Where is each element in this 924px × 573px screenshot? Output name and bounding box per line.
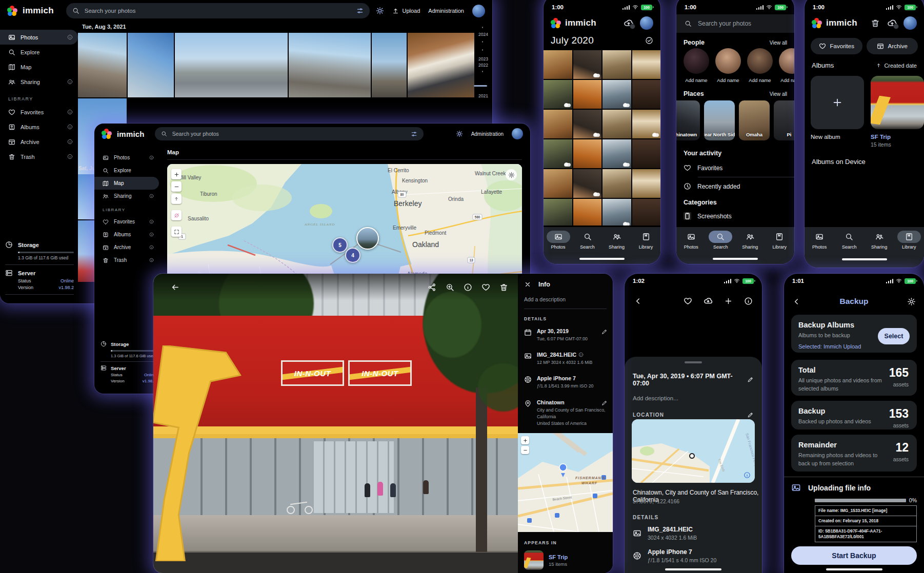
places-view-all[interactable]: View all bbox=[770, 91, 787, 97]
map-cluster-marker[interactable]: 4 bbox=[345, 248, 360, 263]
photo-tile[interactable] bbox=[632, 139, 661, 168]
nav-photos[interactable]: Photos bbox=[545, 231, 572, 250]
nav-sharing[interactable]: Sharing bbox=[604, 231, 630, 250]
plus-icon[interactable] bbox=[724, 297, 733, 305]
nav-sharing[interactable]: Sharing bbox=[737, 231, 764, 250]
map-zoom-out-button[interactable] bbox=[171, 181, 182, 192]
photo-tile[interactable] bbox=[632, 50, 661, 79]
album-link-row[interactable]: SF Trip 15 items bbox=[518, 547, 613, 573]
back-icon[interactable] bbox=[171, 283, 179, 292]
favorites-row[interactable]: Favorites bbox=[676, 159, 794, 177]
map-zoom-in-button[interactable] bbox=[171, 169, 182, 179]
map-compass-button[interactable] bbox=[171, 194, 182, 204]
trash-icon[interactable] bbox=[871, 18, 880, 28]
select-button[interactable]: Select bbox=[878, 328, 910, 344]
avatar[interactable] bbox=[472, 5, 485, 17]
nav-photos[interactable]: Photos bbox=[678, 231, 705, 250]
place-tile[interactable]: Near North Side bbox=[704, 100, 735, 140]
select-all-check-icon[interactable] bbox=[645, 36, 653, 45]
photo-tile[interactable] bbox=[544, 139, 572, 168]
photo-tile[interactable] bbox=[632, 110, 661, 138]
favorite-heart-icon[interactable] bbox=[684, 297, 692, 305]
photo-tile[interactable] bbox=[602, 169, 631, 198]
photo-tile[interactable] bbox=[602, 50, 631, 79]
place-tile[interactable]: Omaha bbox=[739, 100, 770, 140]
info-icon[interactable] bbox=[464, 283, 472, 292]
sidebar-item-map[interactable]: Map bbox=[0, 59, 78, 74]
photo-tile[interactable] bbox=[573, 199, 602, 226]
administration-link[interactable]: Administration bbox=[471, 131, 504, 137]
sliders-icon[interactable] bbox=[411, 131, 417, 137]
sidebar-item-explore[interactable]: Explore bbox=[0, 45, 78, 59]
theme-toggle-sun-icon[interactable] bbox=[376, 7, 384, 15]
back-chevron-icon[interactable] bbox=[634, 297, 642, 305]
trash-icon[interactable] bbox=[499, 283, 508, 292]
location-map-thumbnail[interactable]: San Francisco Ferry The Emb bbox=[632, 419, 755, 483]
sidebar-item-favorites[interactable]: Favorites bbox=[94, 215, 159, 228]
search-input[interactable]: Search your photos bbox=[155, 127, 424, 140]
photo-tile[interactable] bbox=[573, 50, 602, 79]
sidebar-item-favorites[interactable]: Favorites bbox=[0, 105, 78, 119]
recently-added-row[interactable]: Recently added bbox=[676, 177, 794, 195]
photo-tile[interactable] bbox=[408, 33, 474, 97]
info-icon[interactable] bbox=[578, 352, 584, 357]
search-input[interactable]: Search your photos bbox=[66, 3, 370, 18]
sidebar-item-explore[interactable]: Explore bbox=[94, 164, 159, 177]
description-field[interactable]: Add a description bbox=[518, 291, 613, 308]
nav-photos[interactable]: Photos bbox=[806, 231, 833, 250]
sidebar-item-trash[interactable]: Trash bbox=[94, 254, 159, 267]
album-sort-button[interactable]: Created date bbox=[876, 63, 917, 69]
photo-tile[interactable] bbox=[573, 139, 602, 168]
photo-tile[interactable] bbox=[632, 169, 661, 198]
avatar[interactable] bbox=[512, 128, 523, 139]
sidebar-item-photos[interactable]: Photos bbox=[0, 30, 78, 45]
place-tile[interactable]: Chinatown bbox=[676, 100, 700, 140]
nav-search[interactable]: Search bbox=[836, 231, 862, 250]
archive-button[interactable]: Archive bbox=[867, 38, 918, 54]
cloud-download-icon[interactable] bbox=[704, 296, 713, 305]
map-zoom-out-button[interactable] bbox=[521, 446, 529, 454]
photo-tile[interactable] bbox=[632, 199, 661, 226]
favorites-button[interactable]: Favorites bbox=[811, 38, 862, 54]
sidebar-item-archive[interactable]: Archive bbox=[0, 134, 78, 149]
pencil-icon[interactable] bbox=[747, 376, 754, 383]
photo-tile[interactable] bbox=[544, 199, 572, 226]
photo-area[interactable] bbox=[625, 308, 762, 357]
search-input[interactable]: Search your photos bbox=[676, 14, 794, 33]
place-tile[interactable]: Pi bbox=[774, 100, 794, 140]
photo-tile[interactable] bbox=[602, 139, 631, 168]
sync-cloud-icon[interactable] bbox=[887, 18, 897, 28]
administration-link[interactable]: Administration bbox=[428, 8, 464, 14]
photo-tile[interactable] bbox=[602, 199, 631, 226]
sidebar-item-trash[interactable]: Trash bbox=[0, 149, 78, 164]
photo-tile[interactable] bbox=[128, 33, 174, 97]
sidebar-item-photos[interactable]: Photos bbox=[94, 151, 159, 164]
pencil-icon[interactable] bbox=[601, 329, 608, 335]
photo-tile[interactable] bbox=[573, 169, 602, 198]
photo-tile[interactable] bbox=[602, 110, 631, 138]
photo-tile[interactable] bbox=[372, 33, 407, 97]
description-field[interactable]: Add description... bbox=[625, 387, 762, 401]
pencil-icon[interactable] bbox=[601, 400, 608, 406]
map-hide-markers-button[interactable] bbox=[171, 210, 182, 220]
sidebar-item-sharing[interactable]: Sharing bbox=[94, 190, 159, 202]
zoom-icon[interactable] bbox=[446, 283, 454, 292]
map-cluster-marker[interactable]: 5 bbox=[332, 237, 348, 253]
avatar[interactable] bbox=[903, 16, 917, 30]
sidebar-item-sharing[interactable]: Sharing bbox=[0, 74, 78, 89]
map-fullscreen-button[interactable] bbox=[171, 227, 182, 237]
map-attribution-info-icon[interactable] bbox=[744, 472, 751, 479]
scrubber-handle[interactable] bbox=[474, 85, 487, 87]
sync-cloud-icon[interactable] bbox=[624, 18, 634, 28]
person[interactable]: Add name bbox=[684, 48, 709, 83]
photo-tile[interactable] bbox=[544, 50, 572, 79]
album-name[interactable]: SF Trip bbox=[549, 554, 568, 560]
new-album-tile[interactable]: New album bbox=[811, 76, 864, 140]
nav-library[interactable]: Library bbox=[896, 231, 922, 250]
people-view-all[interactable]: View all bbox=[770, 40, 787, 46]
nav-library[interactable]: Library bbox=[633, 231, 659, 250]
photo-tile[interactable] bbox=[602, 80, 631, 109]
theme-toggle-sun-icon[interactable] bbox=[456, 130, 463, 137]
sidebar-item-albums[interactable]: Albums bbox=[94, 228, 159, 241]
photo-tile[interactable] bbox=[175, 33, 288, 97]
